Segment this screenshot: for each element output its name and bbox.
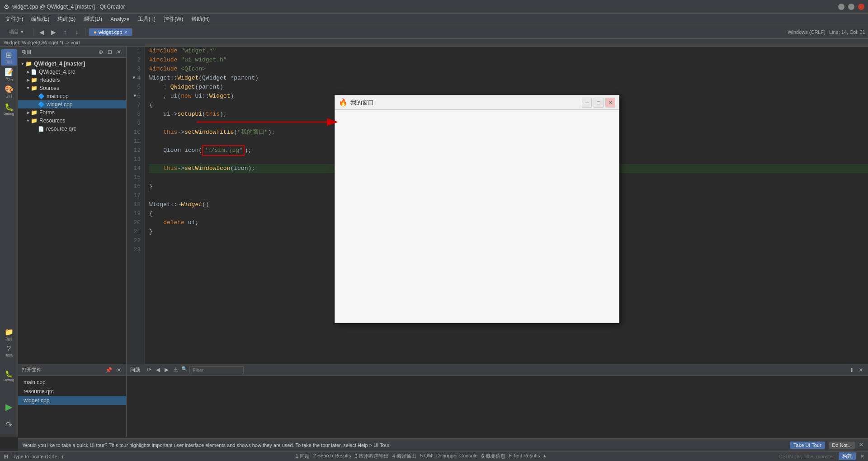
status-locate[interactable]: Type to locate (Ctrl+...) [13,454,63,459]
close-button[interactable]: ✕ [858,4,864,10]
project-filter-btn[interactable]: ⊡ [106,48,113,56]
sidebar-item-help[interactable]: ? 帮助 [1,343,17,360]
open-file-main[interactable]: main.cpp [18,378,126,387]
tab-close-btn[interactable]: ✕ [124,30,127,35]
toolbar-btn-prev[interactable]: ◀ [37,27,47,37]
linenum-5: 5 [127,83,141,92]
sidebar-item-design[interactable]: 🎨 设计 [1,84,17,100]
linenum-23: 23 [127,245,141,254]
toolbar-btn-up[interactable]: ↑ [60,27,70,37]
prob-collapse-icon[interactable]: ✕ [857,367,864,374]
sidebar-label-project2: 项目 [5,337,13,342]
float-close-btn[interactable]: ✕ [605,98,615,108]
prob-next-icon[interactable]: ▶ [163,366,170,374]
open-file-resource[interactable]: resource.qrc [18,387,126,396]
tree-resources[interactable]: ▼ 📁 Resources [18,117,126,125]
tree-headers-arrow: ▶ [25,78,31,82]
file-tree: ▼ 📁 QWidget_4 [master] ▶ 📄 QWidget_4.pro… [18,58,126,364]
status-problems[interactable]: 1 问题 [296,453,310,460]
maximize-button[interactable]: □ [848,4,854,10]
sidebar-item-code[interactable]: 📝 代码 [1,66,17,83]
status-test[interactable]: 8 Test Results [509,453,540,460]
tree-resource-qrc[interactable]: 📄 resource.qrc [18,125,126,133]
linenum-17: 17 [127,191,141,200]
status-tabs: 1 问题 2 Search Results 3 应用程序输出 4 编译输出 5 … [296,453,547,460]
tab-widget-cpp[interactable]: ● widget.cpp ✕ [89,28,132,36]
menu-help[interactable]: 帮助(H) [188,14,213,24]
sidebar-step-btn[interactable]: ↷ [1,417,17,433]
open-file-widget[interactable]: widget.cpp [18,396,126,405]
sidebar-item-project2[interactable]: 📁 项目 [1,326,17,343]
notification-bar: Would you like to take a quick UI tour? … [18,438,868,451]
menu-edit[interactable]: 编辑(E) [28,14,53,24]
float-maximize-btn[interactable]: □ [594,98,604,108]
project-panel-header: 项目 ⊕ ⊡ ✕ [18,47,126,58]
status-build-output[interactable]: 4 编译输出 [392,453,416,460]
open-files-close-btn[interactable]: ✕ [115,367,123,374]
prob-right-buttons: ⬆ ✕ [848,367,864,374]
status-build-label[interactable]: 构建 [839,452,856,460]
sidebar-run-btn[interactable]: ▶ [1,399,17,415]
floating-window[interactable]: 🔥 我的窗口 ─ □ ✕ [335,95,619,323]
status-summary[interactable]: 6 概要信息 [481,453,505,460]
sidebar-item-projects[interactable]: ⊞ 项目 [1,49,17,66]
tree-resource-qrc-label: resource.qrc [46,126,76,132]
take-tour-button[interactable]: Take UI Tour [790,442,825,449]
status-close-right[interactable]: ✕ [860,453,864,459]
sidebar-label-code: 代码 [5,77,13,82]
tree-widget-cpp[interactable]: 🔷 widget.cpp [18,100,126,108]
do-not-button[interactable]: Do Not... [829,442,855,449]
tree-main-cpp-label: main.cpp [47,93,69,99]
debug-bottom-label: Debug [4,378,14,382]
linenum-9: 9 [127,119,141,128]
tree-forms[interactable]: ▶ 📁 Forms [18,108,126,117]
menu-controls[interactable]: 控件(W) [160,14,187,24]
sidebar-item-debug[interactable]: 🐛 Debug [1,101,17,117]
debug-bottom-icon: 🐛 [5,370,13,377]
project-close-btn[interactable]: ✕ [115,48,123,56]
tree-headers-label: Headers [39,77,60,83]
tree-headers[interactable]: ▶ 📁 Headers [18,76,126,84]
open-files-pin-btn[interactable]: 📌 [104,367,113,374]
prob-prev-icon[interactable]: ◀ [155,366,161,374]
tree-sources[interactable]: ▼ 📁 Sources [18,84,126,92]
prob-expand-icon[interactable]: ⬆ [848,367,855,374]
title-bar: ⚙ widget.cpp @ QWidget_4 [master] - Qt C… [0,0,868,14]
notif-close-btn[interactable]: ✕ [859,442,863,449]
toolbar-sep2 [85,28,85,36]
menu-file[interactable]: 文件(F) [2,14,27,24]
menu-analyze[interactable]: Analyze [107,15,133,24]
status-qml-debug[interactable]: 5 QML Debugger Console [420,453,477,460]
menu-build[interactable]: 构建(B) [54,14,79,24]
tab-filename: widget.cpp [99,29,123,35]
toolbar-project-dropdown[interactable]: 项目 ▾ [3,27,30,37]
tree-pro[interactable]: ▶ 📄 QWidget_4.pro [18,68,126,76]
tree-main-cpp[interactable]: 🔷 main.cpp [18,92,126,100]
float-minimize-btn[interactable]: ─ [582,98,592,108]
menu-bar: 文件(F) 编辑(E) 构建(B) 调试(D) Analyze 工具(T) 控件… [0,14,868,25]
prob-warn-icon[interactable]: ⚠ [172,366,179,374]
minimize-button[interactable]: ─ [838,4,844,10]
menu-tools[interactable]: 工具(T) [134,14,159,24]
linenum-15: 15 [127,173,141,182]
tree-sources-label: Sources [39,85,59,91]
status-search[interactable]: 2 Search Results [313,453,351,460]
toolbar-btn-down[interactable]: ↓ [72,27,82,37]
sidebar-label-projects: 项目 [5,60,13,65]
prob-title: 问题 [130,367,140,373]
linenum-4: ▼4 [127,74,141,83]
toolbar-btn-next[interactable]: ▶ [48,27,58,37]
status-app-output[interactable]: 3 应用程序输出 [355,453,389,460]
prob-sync-icon[interactable]: ⟳ [146,366,153,374]
problems-header: 问题 ⟳ ◀ ▶ ⚠ 🔍 ⬆ ✕ [127,364,868,376]
tree-root[interactable]: ▼ 📁 QWidget_4 [master] [18,60,126,68]
project-sync-btn[interactable]: ⊕ [97,48,104,56]
float-window-buttons: ─ □ ✕ [582,98,615,108]
status-expand-arrow[interactable]: ▴ [543,453,546,460]
linenum-22: 22 [127,236,141,245]
linenum-6: ▼6 [127,92,141,101]
prob-filter-input[interactable] [189,366,244,374]
menu-debug[interactable]: 调试(D) [80,14,106,24]
code-line-4: Widget::Widget(QWidget *parent) [149,74,868,83]
sidebar-bottom-debug[interactable]: 🐛 Debug [1,368,17,384]
